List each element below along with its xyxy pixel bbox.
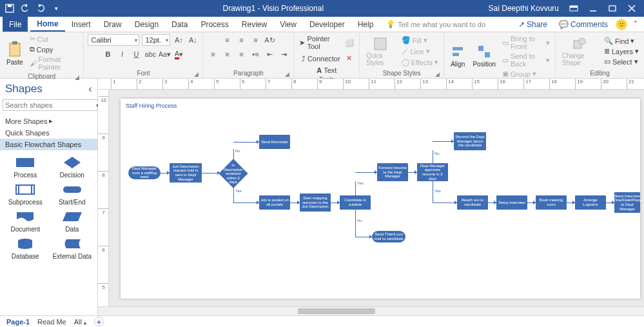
tab-developer[interactable]: Developer: [303, 17, 351, 32]
node-mapping[interactable]: Start mapping resumes to the Job Descrip…: [300, 193, 331, 212]
tab-help[interactable]: Help: [351, 17, 380, 32]
node-posted[interactable]: Job is posted on all portals: [259, 195, 290, 210]
maximize-icon[interactable]: [603, 1, 622, 16]
find-button[interactable]: 🔍Find ▾: [603, 36, 640, 46]
shape-document[interactable]: Document: [3, 210, 48, 233]
save-icon[interactable]: [3, 1, 17, 15]
node-interview[interactable]: Setup Interview: [496, 195, 527, 210]
tab-process[interactable]: Process: [194, 17, 235, 32]
format-painter-button[interactable]: 🖌Format Painter: [28, 55, 80, 72]
node-logistics[interactable]: Arrange Logistics: [575, 195, 606, 210]
user-name[interactable]: Sai Deepthi Kovvuru: [483, 4, 564, 13]
page-tab-readme[interactable]: Read Me: [37, 318, 66, 326]
change-shape-button[interactable]: Change Shape: [560, 35, 600, 68]
shrink-font-icon[interactable]: A↓: [187, 34, 199, 46]
shape-data[interactable]: Data: [50, 210, 95, 233]
search-input[interactable]: [3, 99, 96, 111]
ruler-horizontal[interactable]: 123456789101112131415161718192021: [98, 79, 644, 90]
drawing-page[interactable]: Staff Hiring Process Dept Manager runs a…: [121, 99, 640, 299]
inc-indent-icon[interactable]: ⇥: [278, 48, 289, 60]
undo-icon[interactable]: [18, 1, 32, 15]
paste-button[interactable]: Paste: [4, 39, 26, 67]
tab-insert[interactable]: Insert: [65, 17, 97, 32]
more-shapes-link[interactable]: More Shapes▸: [0, 115, 97, 127]
align-bottom-icon[interactable]: ≡: [249, 34, 261, 46]
align-button[interactable]: Align: [448, 44, 467, 69]
shape-decision[interactable]: Decision: [50, 155, 95, 179]
redo-icon[interactable]: [34, 1, 48, 15]
node-jd-sent[interactable]: Job Description request mail is sent to …: [170, 163, 202, 183]
fill-button[interactable]: 🪣Fill ▾: [400, 35, 440, 45]
tab-data[interactable]: Data: [165, 17, 194, 32]
drawing-canvas[interactable]: Staff Hiring Process Dept Manager runs a…: [109, 90, 644, 306]
node-reminder[interactable]: Send Reminder: [259, 135, 290, 149]
tab-design[interactable]: Design: [128, 17, 165, 32]
text-tool-button[interactable]: AText: [315, 66, 338, 75]
align-top-icon[interactable]: ≡: [221, 34, 233, 46]
node-reachout[interactable]: Reach out to candidate: [457, 195, 488, 210]
connector-tool-button[interactable]: ⤴Connector✕: [300, 54, 353, 63]
share-button[interactable]: ↗Share: [514, 19, 551, 30]
tab-view[interactable]: View: [273, 17, 303, 32]
tab-review[interactable]: Review: [235, 17, 273, 32]
node-room[interactable]: Book meeting room: [536, 195, 567, 210]
font-size-combo[interactable]: 12pt.: [142, 34, 170, 46]
shape-external-data[interactable]: External Data: [50, 237, 95, 260]
copy-button[interactable]: ⧉Copy: [28, 45, 80, 54]
collapse-pane-icon[interactable]: ‹: [88, 83, 92, 95]
font-family-combo[interactable]: Calibri: [88, 34, 139, 46]
layers-button[interactable]: ≣Layers ▾: [603, 46, 640, 56]
dec-indent-icon[interactable]: ⇤: [264, 48, 275, 60]
node-thankyou[interactable]: Send Thank you mail to candidate: [372, 231, 405, 243]
tell-me[interactable]: 💡 Tell me what you want to do: [380, 17, 514, 32]
tab-draw[interactable]: Draw: [97, 17, 128, 32]
shape-process[interactable]: Process: [3, 155, 48, 179]
pointer-tool-button[interactable]: ➤Pointer Tool⬜: [298, 34, 355, 51]
bold-button[interactable]: B: [102, 48, 113, 60]
qat-more-icon[interactable]: ▾: [49, 1, 63, 15]
line-button[interactable]: ／Line ▾: [400, 46, 440, 57]
feedback-icon[interactable]: 🙂: [616, 19, 627, 30]
ribbon-options-icon[interactable]: [564, 1, 583, 16]
page-tab-1[interactable]: Page-1: [6, 318, 30, 326]
node-forward[interactable]: Forward resume to the Dept Manager: [377, 163, 408, 181]
minimize-icon[interactable]: [583, 1, 603, 16]
tab-home[interactable]: Home: [30, 17, 64, 32]
send-back-button[interactable]: ▭Send to Back ▾: [501, 52, 551, 68]
underline-button[interactable]: U: [130, 48, 142, 60]
italic-button[interactable]: I: [116, 48, 128, 60]
strike-button[interactable]: abc: [144, 48, 156, 60]
ruler-vertical[interactable]: 1098765: [98, 90, 109, 306]
node-remind-mgr[interactable]: Remind the Dept Manager about the candid…: [454, 132, 486, 150]
group-button[interactable]: ▣Group ▾: [501, 69, 551, 79]
orientation-icon[interactable]: A↻: [264, 34, 275, 46]
cut-button[interactable]: ✂Cut: [28, 34, 80, 44]
font-color-button[interactable]: A▾: [173, 48, 184, 60]
shape-subprocess[interactable]: Subprocess: [3, 183, 48, 206]
close-icon[interactable]: [622, 1, 641, 16]
align-middle-icon[interactable]: ≡: [235, 34, 247, 46]
tab-file[interactable]: File: [3, 17, 28, 32]
node-approves[interactable]: Dept Manager approves resume in 2 days: [417, 163, 448, 181]
quick-styles-button[interactable]: Quick Styles: [364, 35, 398, 68]
align-center-icon[interactable]: ≡: [221, 48, 233, 60]
add-page-button[interactable]: +: [94, 317, 104, 326]
shape-database[interactable]: Database: [3, 237, 48, 260]
select-button[interactable]: ▭Select ▾: [603, 57, 640, 66]
node-suitable[interactable]: Candidate is suitable: [340, 195, 371, 210]
comments-button[interactable]: 💬Comments: [555, 19, 612, 30]
stencil-selected[interactable]: Basic Flowchart Shapes: [0, 139, 97, 150]
effects-button[interactable]: ◯Effects ▾: [400, 57, 440, 67]
page-tab-all[interactable]: All ▴: [74, 318, 86, 326]
scrollbar-thumb[interactable]: [298, 308, 375, 314]
shape-startend[interactable]: Start/End: [50, 183, 95, 206]
node-start[interactable]: Dept Manager runs a staffing need: [128, 166, 161, 179]
change-case-button[interactable]: Aa▾: [159, 48, 170, 60]
collapse-ribbon-icon[interactable]: ˄: [631, 20, 640, 28]
bullets-icon[interactable]: •≡: [249, 48, 261, 60]
node-notify[interactable]: Send Interview Time/Date/Place to Dept M…: [614, 192, 640, 213]
align-left-icon[interactable]: ≡: [207, 48, 219, 60]
bring-front-button[interactable]: ▭Bring to Front ▾: [501, 34, 551, 51]
position-button[interactable]: Position: [470, 44, 498, 69]
dialog-launcher-icon[interactable]: ◢: [75, 74, 79, 81]
